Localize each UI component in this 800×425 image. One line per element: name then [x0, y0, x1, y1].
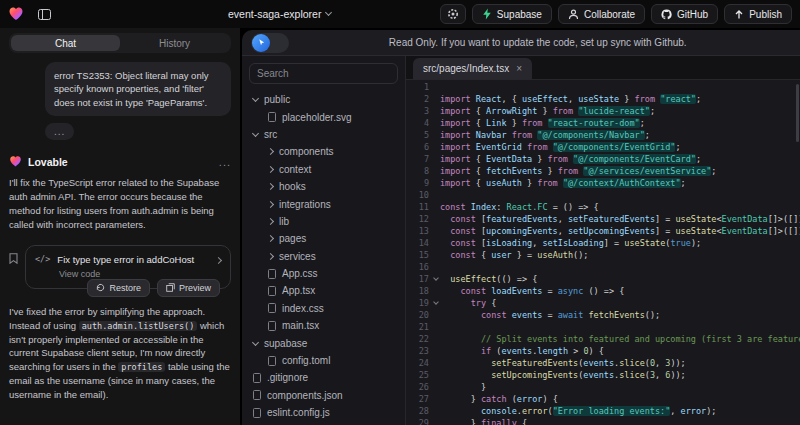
chevron-right-icon	[267, 183, 274, 190]
line-number: 3	[406, 105, 440, 117]
line-number: 14	[406, 237, 440, 249]
line-number: 6	[406, 141, 440, 153]
tree-item-components.json[interactable]: components.json	[249, 387, 398, 404]
code-line: } finally {	[440, 417, 800, 425]
github-button[interactable]: GitHub	[651, 4, 718, 24]
code-content: import React, { useEffect, useState } fr…	[440, 81, 800, 425]
top-bar-actions: Supabase Collaborate GitHub Publish	[440, 4, 792, 24]
file-icon	[253, 373, 261, 383]
code-line: import EventGrid from "@/components/Even…	[440, 141, 800, 153]
tree-item-App.tsx[interactable]: App.tsx	[249, 282, 398, 299]
tree-item-label: config.toml	[282, 355, 330, 366]
chat-history-tabs: Chat History	[9, 33, 231, 53]
tree-item-index.css[interactable]: index.css	[249, 300, 398, 317]
code-line: import { EventData } from "@/components/…	[440, 153, 800, 165]
line-number: 27	[406, 393, 440, 405]
tree-item-label: integrations	[279, 199, 331, 210]
tab-close-icon[interactable]: ×	[516, 63, 522, 74]
file-icon	[253, 408, 261, 418]
chevron-right-icon	[267, 235, 274, 242]
line-number: 24	[406, 357, 440, 369]
message-menu-button[interactable]: ...	[219, 156, 231, 168]
tree-item-services[interactable]: services	[249, 248, 398, 265]
main-area: Chat History error TS2353: Object litera…	[0, 28, 800, 425]
code-line: import { fetchEvents } from "@/services/…	[440, 165, 800, 177]
inline-code: profiles	[118, 362, 165, 372]
code-editor: src/pages/Index.tsx × 123456789101112131…	[406, 56, 800, 425]
line-number: 22	[406, 333, 440, 345]
search-input[interactable]	[249, 63, 398, 84]
line-number: 29	[406, 417, 440, 425]
workspace-body: publicplaceholder.svgsrccomponentscontex…	[242, 56, 800, 425]
code-line: const loadEvents = async () => {	[440, 285, 800, 297]
tree-item-eslint.config.js[interactable]: eslint.config.js	[249, 404, 398, 421]
code-icon: </>	[35, 254, 50, 264]
github-icon	[661, 9, 672, 20]
supabase-icon	[482, 8, 492, 20]
action-card-subtitle: View code	[59, 269, 221, 279]
preview-button[interactable]: Preview	[157, 279, 220, 297]
tab-history[interactable]: History	[120, 35, 229, 51]
tree-item-context[interactable]: context	[249, 161, 398, 178]
publish-button[interactable]: Publish	[724, 4, 792, 24]
restore-button[interactable]: Restore	[87, 279, 150, 297]
file-icon	[268, 356, 276, 366]
code-line	[440, 261, 800, 273]
supabase-button[interactable]: Supabase	[472, 4, 552, 24]
tree-item-label: pages	[279, 233, 306, 244]
code-line: useEffect(() => {	[440, 273, 800, 285]
tree-item-.gitignore[interactable]: .gitignore	[249, 369, 398, 386]
tree-item-label: .gitignore	[267, 372, 308, 383]
tree-item-lib[interactable]: lib	[249, 213, 398, 230]
assistant-header: Lovable ...	[9, 155, 231, 168]
project-switcher[interactable]: event-saga-explorer	[228, 0, 331, 28]
code-line: const { user } = useAuth();	[440, 249, 800, 261]
tree-item-pages[interactable]: pages	[249, 230, 398, 247]
tree-item-App.css[interactable]: App.css	[249, 265, 398, 282]
tree-item-src[interactable]: src	[249, 126, 398, 143]
code-line: const [upcomingEvents, setUpcomingEvents…	[440, 225, 800, 237]
code-line	[440, 321, 800, 333]
publish-icon	[734, 9, 744, 20]
fold-chevron-icon[interactable]	[433, 275, 439, 281]
line-number: 9	[406, 177, 440, 189]
chevron-down-icon	[325, 9, 332, 16]
tree-item-label: components.json	[267, 390, 343, 401]
tree-item-placeholder.svg[interactable]: placeholder.svg	[249, 108, 398, 125]
line-number: 21	[406, 321, 440, 333]
code-line: import { ArrowRight } from "lucide-react…	[440, 105, 800, 117]
restore-label: Restore	[109, 283, 141, 293]
banner-text: Read Only. If you want to update the cod…	[389, 37, 687, 48]
line-number: 26	[406, 381, 440, 393]
line-number: 1	[406, 81, 440, 93]
action-card[interactable]: </> Fix type type error in addCoHost Vie…	[25, 245, 231, 289]
settings-button[interactable]	[440, 4, 466, 24]
bookmark-icon[interactable]	[9, 253, 18, 264]
line-number: 2	[406, 93, 440, 105]
line-number: 28	[406, 405, 440, 417]
tree-item-public[interactable]: public	[249, 91, 398, 108]
tree-item-supabase[interactable]: supabase	[249, 334, 398, 351]
tree-item-integrations[interactable]: integrations	[249, 195, 398, 212]
editor-tab[interactable]: src/pages/Index.tsx ×	[413, 58, 532, 79]
sidebar-toggle-icon[interactable]	[32, 4, 56, 24]
tree-item-config.toml[interactable]: config.toml	[249, 352, 398, 369]
mode-toggle[interactable]	[251, 33, 289, 53]
tree-item-main.tsx[interactable]: main.tsx	[249, 317, 398, 334]
gear-icon	[447, 8, 459, 20]
tab-chat[interactable]: Chat	[11, 35, 120, 51]
tree-item-components[interactable]: components	[249, 143, 398, 160]
tree-item-hooks[interactable]: hooks	[249, 178, 398, 195]
collaborate-button[interactable]: Collaborate	[558, 4, 645, 24]
tree-item-label: supabase	[264, 338, 307, 349]
restore-icon	[96, 283, 105, 292]
inline-code: auth.admin.listUsers()	[79, 321, 198, 331]
collaborate-icon	[568, 9, 579, 20]
lovable-logo-icon[interactable]	[8, 6, 24, 22]
publish-label: Publish	[749, 9, 782, 20]
chevron-right-icon	[267, 200, 274, 207]
supabase-label: Supabase	[497, 9, 542, 20]
editor-scrollbar[interactable]	[796, 84, 799, 142]
chevron-right-icon	[267, 166, 274, 173]
fold-chevron-icon[interactable]	[433, 299, 439, 305]
